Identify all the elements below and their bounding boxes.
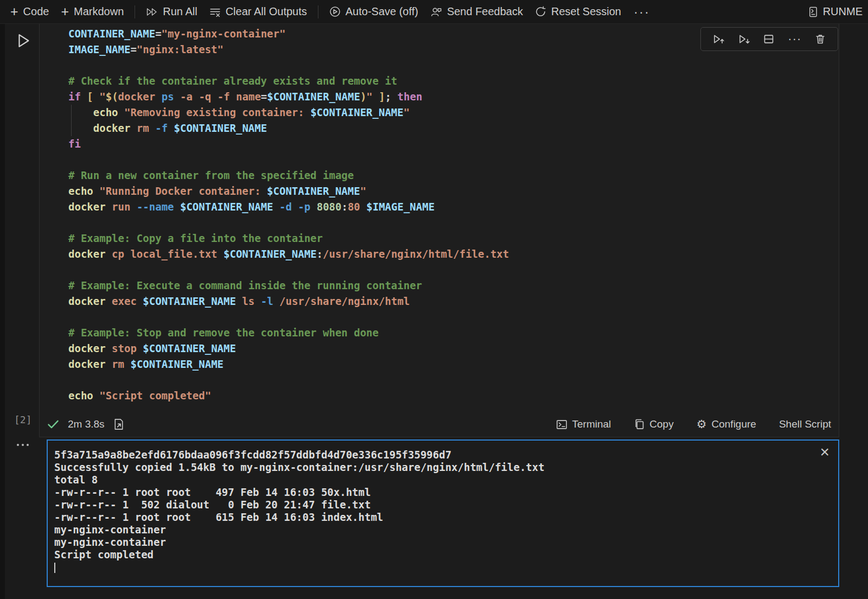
runme-brand-label: RUNME	[823, 5, 863, 18]
cell-status-bar: 2m 3.8s Terminal Copy ⚙ Configure	[40, 412, 839, 437]
split-cell-button[interactable]	[762, 32, 776, 46]
delete-cell-button[interactable]	[813, 32, 827, 46]
run-cell-button[interactable]	[15, 31, 34, 50]
reset-icon	[535, 6, 546, 17]
language-label: Shell Script	[779, 418, 831, 430]
notebook-toolbar: + Code + Markdown Run All Clear All Outp…	[0, 0, 868, 24]
circle-play-icon	[329, 6, 341, 17]
terminal-label: Terminal	[572, 418, 611, 430]
configure-button[interactable]: ⚙ Configure	[693, 418, 760, 431]
cell-duration: 2m 3.8s	[68, 418, 105, 430]
terminal-cursor	[54, 563, 55, 573]
copy-icon	[634, 419, 644, 430]
cell-output-panel: 5f3a715a9a8be2efd6176bdaa096f3fcdd82f57d…	[47, 439, 839, 587]
execute-above-button[interactable]	[711, 32, 726, 46]
configure-label: Configure	[712, 418, 756, 430]
output-menu-button[interactable]	[15, 442, 31, 448]
code-editor-region: CONTAINER_NAME="my-nginx-container" IMAG…	[40, 15, 839, 409]
send-feedback-button[interactable]: Send Feedback	[424, 3, 529, 20]
add-code-label: Code	[23, 5, 49, 18]
indent-guide	[71, 105, 72, 136]
code-editor[interactable]: CONTAINER_NAME="my-nginx-container" IMAG…	[68, 26, 509, 404]
code-cell: CONTAINER_NAME="my-nginx-container" IMAG…	[39, 14, 839, 437]
clear-outputs-icon	[209, 7, 221, 17]
feedback-person-icon	[430, 7, 442, 17]
cell-toolbar: ···	[700, 27, 838, 51]
run-all-icon	[146, 7, 158, 17]
terminal-icon	[556, 419, 567, 430]
close-output-button[interactable]: ×	[818, 444, 832, 460]
run-all-label: Run All	[163, 5, 197, 18]
clear-all-outputs-label: Clear All Outputs	[226, 5, 307, 18]
terminal-button[interactable]: Terminal	[553, 418, 615, 431]
auto-save-label: Auto-Save (off)	[346, 5, 418, 18]
output-text: 5f3a715a9a8be2efd6176bdaa096f3fcdd82f57d…	[48, 441, 838, 573]
send-feedback-label: Send Feedback	[447, 5, 523, 18]
add-markdown-cell-button[interactable]: + Markdown	[55, 3, 130, 20]
add-markdown-label: Markdown	[74, 5, 124, 18]
language-picker[interactable]: Shell Script	[776, 418, 834, 431]
cell-more-actions-button[interactable]: ···	[786, 35, 803, 43]
add-code-cell-button[interactable]: + Code	[4, 3, 55, 20]
runme-brand: RUNME	[808, 5, 863, 18]
runme-logo-icon	[808, 6, 818, 18]
copy-label: Copy	[649, 418, 673, 430]
run-all-button[interactable]: Run All	[140, 3, 203, 20]
toolbar-separator	[135, 5, 135, 18]
saved-file-icon	[113, 418, 124, 430]
reset-session-label: Reset Session	[551, 5, 621, 18]
auto-save-toggle[interactable]: Auto-Save (off)	[323, 3, 424, 20]
more-actions-button[interactable]: ···	[627, 4, 656, 20]
clear-all-outputs-button[interactable]: Clear All Outputs	[203, 3, 313, 20]
plus-icon: +	[10, 7, 18, 16]
success-check-icon	[47, 419, 59, 429]
execution-count: [2]	[14, 414, 32, 425]
plus-icon: +	[61, 7, 69, 16]
copy-button[interactable]: Copy	[630, 418, 676, 431]
toolbar-separator	[318, 5, 318, 18]
editor-left-strip	[0, 24, 5, 599]
reset-session-button[interactable]: Reset Session	[529, 3, 627, 20]
gear-icon: ⚙	[697, 419, 707, 430]
execute-below-button[interactable]	[737, 32, 752, 46]
